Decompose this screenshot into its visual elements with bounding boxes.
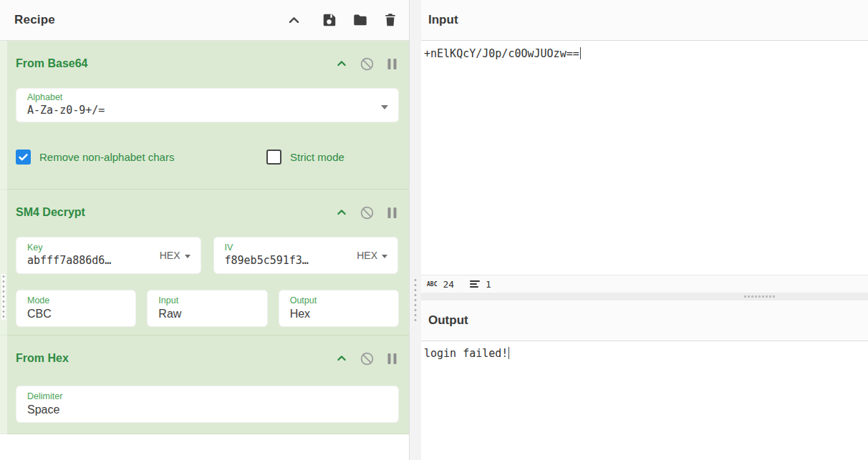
drag-handle-dots-icon[interactable]	[1, 274, 6, 320]
remove-non-alphabet-checkbox[interactable]: Remove non-alphabet chars	[16, 150, 174, 165]
disable-operation-icon[interactable]	[360, 351, 375, 366]
save-recipe-icon[interactable]	[322, 12, 337, 28]
char-count-icon: ABC	[427, 281, 437, 288]
input-text: +nElKQcY/J0p/c0OwJUOzw==	[424, 47, 579, 60]
delimiter-value[interactable]: Space	[27, 402, 388, 417]
recipe-operation-list: From Base64 Alphabet A-Za-z0-9+/=	[0, 41, 409, 434]
chevron-down-icon[interactable]	[381, 105, 388, 109]
output-title: Output	[428, 313, 468, 328]
collapse-operation-icon[interactable]	[336, 58, 347, 69]
operation-name[interactable]: From Base64	[16, 57, 88, 70]
output-type-value[interactable]: Hex	[290, 306, 388, 321]
output-header: Output	[421, 300, 868, 341]
load-recipe-folder-icon[interactable]	[352, 12, 368, 28]
output-type-label: Output	[290, 295, 388, 306]
checkbox-icon[interactable]	[266, 150, 281, 165]
chevron-down-icon	[185, 255, 191, 258]
alphabet-value[interactable]: A-Za-z0-9+/=	[27, 103, 374, 118]
operation-title-row: SM4 Decrypt	[0, 204, 409, 221]
drag-handle-dots-icon[interactable]	[413, 278, 418, 323]
checkbox-label[interactable]: Remove non-alphabet chars	[39, 151, 174, 163]
alphabet-label: Alphabet	[27, 92, 374, 103]
collapse-operation-icon[interactable]	[336, 207, 347, 218]
key-type-select[interactable]: HEX	[160, 250, 191, 261]
mode-input-output-row: Mode CBC Input Raw Output Hex	[0, 290, 409, 327]
operation-from-hex[interactable]: From Hex Delimiter Space	[0, 336, 409, 434]
input-type-select[interactable]: Input Raw	[147, 290, 267, 327]
output-text: login failed!	[424, 347, 508, 360]
key-value[interactable]: abfff7a886d6…	[27, 253, 154, 268]
breakpoint-pause-icon[interactable]	[387, 353, 397, 365]
drag-handle-dots-icon[interactable]	[743, 295, 775, 298]
checkbox-icon[interactable]	[16, 150, 31, 165]
operation-title-row: From Hex	[0, 350, 409, 367]
operation-name[interactable]: SM4 Decrypt	[16, 206, 85, 219]
output-textarea[interactable]: login failed!	[421, 341, 868, 366]
key-field[interactable]: Key abfff7a886d6… HEX	[16, 237, 201, 274]
operations-pane-splitter[interactable]	[0, 41, 7, 460]
operation-sm4-decrypt[interactable]: SM4 Decrypt Key abfff7a886d6…	[0, 190, 409, 336]
input-output-splitter[interactable]	[421, 293, 868, 300]
recipe-title: Recipe	[14, 13, 55, 27]
disable-operation-icon[interactable]	[360, 205, 375, 220]
checkbox-row: Remove non-alphabet chars Strict mode	[0, 150, 409, 167]
char-count-stat: ABC 24	[427, 279, 454, 290]
recipe-header-icons	[287, 12, 397, 28]
collapse-operation-icon[interactable]	[336, 353, 347, 364]
breakpoint-pause-icon[interactable]	[387, 58, 397, 70]
iv-label: IV	[225, 243, 352, 253]
input-title: Input	[428, 13, 458, 27]
recipe-pane: Recipe From Base64	[0, 0, 409, 460]
char-count-value: 24	[443, 279, 454, 290]
checkbox-label[interactable]: Strict mode	[290, 151, 344, 163]
mode-select[interactable]: Mode CBC	[16, 290, 136, 327]
iv-value[interactable]: f89eb5c591f3…	[225, 253, 352, 268]
output-type-select[interactable]: Output Hex	[279, 290, 399, 327]
delimiter-select[interactable]: Delimiter Space	[16, 386, 399, 423]
input-type-label: Input	[158, 295, 256, 306]
iv-type-select[interactable]: HEX	[357, 250, 387, 261]
text-cursor	[580, 47, 581, 59]
operation-from-base64[interactable]: From Base64 Alphabet A-Za-z0-9+/=	[0, 41, 409, 190]
clear-recipe-trash-icon[interactable]	[383, 12, 397, 28]
key-iv-row: Key abfff7a886d6… HEX IV f89eb5c591f3…	[0, 237, 409, 274]
input-type-value[interactable]: Raw	[158, 306, 256, 321]
disable-operation-icon[interactable]	[360, 57, 375, 72]
text-cursor	[508, 347, 509, 359]
mode-value[interactable]: CBC	[27, 306, 125, 321]
key-label: Key	[27, 243, 154, 253]
alphabet-field[interactable]: Alphabet A-Za-z0-9+/=	[16, 88, 399, 122]
input-textarea[interactable]: +nElKQcY/J0p/c0OwJUOzw==	[421, 41, 868, 275]
recipe-header: Recipe	[0, 0, 409, 41]
chevron-down-icon	[382, 255, 387, 258]
strict-mode-checkbox[interactable]: Strict mode	[266, 150, 344, 165]
delimiter-label: Delimiter	[27, 391, 388, 402]
iv-field[interactable]: IV f89eb5c591f3… HEX	[213, 237, 399, 274]
mode-label: Mode	[27, 295, 125, 306]
operation-title-row: From Base64	[0, 55, 409, 72]
collapse-all-icon[interactable]	[287, 14, 301, 27]
operation-name[interactable]: From Hex	[16, 352, 69, 365]
line-count-icon	[470, 280, 480, 288]
line-count-value: 1	[486, 279, 491, 290]
cyberchef-app: Recipe From Base64	[0, 0, 868, 460]
input-header: Input	[421, 0, 868, 41]
line-count-stat: 1	[470, 279, 491, 290]
io-pane: Input +nElKQcY/J0p/c0OwJUOzw== ABC 24 1 …	[421, 0, 868, 460]
breakpoint-pause-icon[interactable]	[387, 207, 397, 219]
recipe-io-splitter[interactable]	[409, 0, 421, 460]
input-status-bar: ABC 24 1	[421, 275, 868, 293]
